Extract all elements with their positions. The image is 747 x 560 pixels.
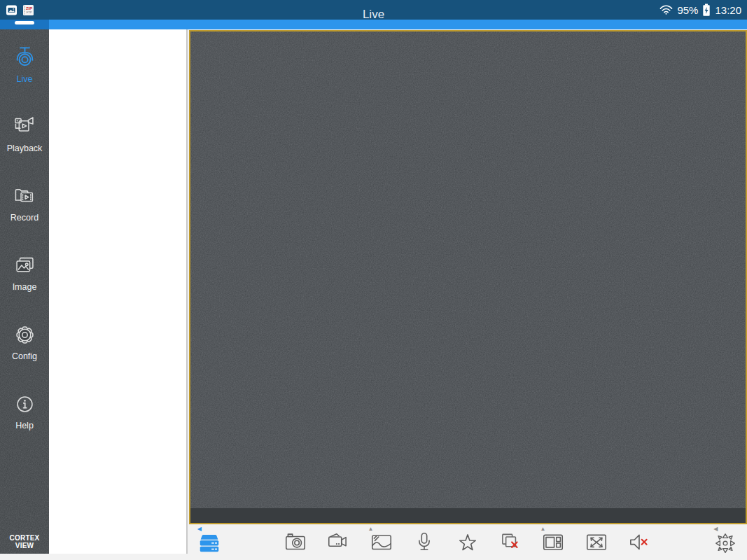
ptz-camera-icon [12,45,38,71]
toolbar-spacer [661,524,704,560]
snapshot-icon [283,530,308,555]
clock: 13:20 [715,4,741,16]
close-all-button[interactable] [489,524,531,560]
fullscreen-icon [584,530,609,555]
snapshot-button[interactable] [274,524,316,560]
sidebar-nav: Live Playback [0,29,49,554]
status-bar: ZIP FTP 95% [0,0,747,20]
battery-percent: 95% [677,4,698,16]
sidebar-item-label: Record [11,213,39,223]
menu-dash-icon [15,21,34,24]
ptz-control-icon [713,530,738,555]
sidebar-item-image[interactable]: Image [0,253,49,292]
info-icon [12,391,38,417]
mute-speaker-icon [627,530,652,555]
zip-ftp-notification-icon: ZIP FTP [22,4,34,16]
ptz-button[interactable]: ◀ [704,524,747,560]
split-view-icon [540,530,566,555]
camera-list-panel [49,29,188,554]
brand-label: CORTEX VIEW [0,534,49,550]
sidebar-item-live[interactable]: Live [0,45,49,84]
video-info-bar [190,508,746,523]
close-all-icon [498,530,523,555]
status-indicators: 95% 13:20 [659,0,741,20]
record-icon [326,530,351,555]
record-folder-icon [12,183,38,209]
notification-area: ZIP FTP [6,0,34,20]
image-icon [369,530,394,555]
playback-film-icon [12,114,38,140]
image-button[interactable]: ▲ [360,524,403,560]
sidebar-item-label: Config [12,351,37,361]
device-list-icon [197,530,222,555]
mute-button[interactable] [618,524,661,560]
action-bar [0,20,747,29]
favorite-button[interactable] [446,524,489,560]
fullscreen-button[interactable] [575,524,617,560]
screenshot-notification-icon [6,4,18,16]
microphone-icon [412,530,437,555]
photos-icon [12,253,38,279]
menu-handle-button[interactable] [0,20,49,29]
sidebar-item-label: Playback [7,144,43,153]
sidebar-item-config[interactable]: Config [0,322,49,361]
record-button[interactable] [316,524,359,560]
gear-icon [12,322,38,348]
sidebar-item-help[interactable]: Help [0,391,49,430]
sidebar-item-record[interactable]: Record [0,183,49,223]
zip-label: ZIP [26,6,32,10]
device-list-button[interactable]: ◀ [188,524,230,560]
sidebar-item-playback[interactable]: Playback [0,114,49,153]
wifi-icon [659,4,673,15]
ftp-label: FTP [27,10,32,14]
sidebar-item-label: Image [13,282,37,292]
toolbar-spacer [230,524,273,560]
microphone-button[interactable] [403,524,445,560]
sidebar-item-label: Live [17,74,33,84]
live-video-area[interactable] [189,30,747,524]
battery-charging-icon [702,4,711,17]
sidebar-item-label: Help [15,421,34,430]
split-view-button[interactable]: ▲ [532,524,575,560]
app-root: ZIP FTP 95% [0,0,747,560]
favorite-star-icon [455,530,480,555]
